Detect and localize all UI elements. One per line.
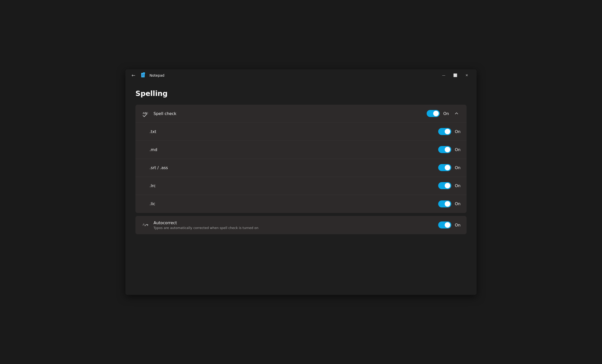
title-bar-left: ← Notepad bbox=[129, 71, 438, 79]
txt-info: .txt bbox=[149, 129, 438, 134]
maximize-button[interactable]: ⬜ bbox=[449, 71, 461, 79]
lic-toggle[interactable] bbox=[438, 200, 451, 207]
srt-row: .srt / .ass On bbox=[135, 159, 467, 177]
autocorrect-controls: On bbox=[438, 221, 461, 228]
spell-check-row: ABC Spell check On bbox=[135, 105, 467, 123]
spell-check-card: ABC Spell check On bbox=[135, 105, 467, 213]
srt-label: .srt / .ass bbox=[149, 165, 438, 170]
md-row: .md On bbox=[135, 141, 467, 159]
autocorrect-card: A Autocorrect Typos are automatically co… bbox=[135, 216, 467, 234]
autocorrect-label: Autocorrect bbox=[154, 220, 438, 225]
autocorrect-desc: Typos are automatically corrected when s… bbox=[154, 226, 438, 230]
srt-toggle-label: On bbox=[455, 165, 461, 170]
md-toggle-label: On bbox=[455, 147, 461, 152]
autocorrect-row: A Autocorrect Typos are automatically co… bbox=[135, 216, 467, 234]
lrc-toggle[interactable] bbox=[438, 182, 451, 189]
lrc-info: .lrc bbox=[149, 183, 438, 188]
lic-controls: On bbox=[438, 200, 461, 207]
spell-check-controls: On bbox=[427, 109, 461, 117]
lrc-row: .lrc On bbox=[135, 177, 467, 195]
spell-check-info: Spell check bbox=[154, 111, 427, 116]
content-area: Spelling ABC Spell check bbox=[125, 81, 477, 295]
txt-toggle[interactable] bbox=[438, 128, 451, 135]
lic-row: .lic On bbox=[135, 195, 467, 213]
md-toggle[interactable] bbox=[438, 146, 451, 153]
txt-label: .txt bbox=[149, 129, 438, 134]
spell-check-label: Spell check bbox=[154, 111, 427, 116]
svg-rect-5 bbox=[143, 72, 145, 74]
spell-check-expand-button[interactable] bbox=[453, 109, 461, 117]
md-label: .md bbox=[149, 147, 438, 152]
minimize-button[interactable]: — bbox=[438, 71, 449, 79]
back-button[interactable]: ← bbox=[129, 71, 137, 79]
svg-text:ABC: ABC bbox=[142, 111, 148, 114]
lrc-toggle-label: On bbox=[455, 183, 461, 188]
spell-check-toggle[interactable] bbox=[427, 110, 440, 117]
autocorrect-info: Autocorrect Typos are automatically corr… bbox=[154, 220, 438, 230]
lrc-label: .lrc bbox=[149, 183, 438, 188]
autocorrect-icon: A bbox=[141, 221, 149, 229]
txt-toggle-label: On bbox=[455, 129, 461, 134]
md-info: .md bbox=[149, 147, 438, 152]
app-window: ← Notepad bbox=[125, 69, 477, 295]
srt-controls: On bbox=[438, 164, 461, 171]
app-title: Notepad bbox=[149, 73, 165, 77]
srt-toggle[interactable] bbox=[438, 164, 451, 171]
spell-check-toggle-label: On bbox=[443, 111, 449, 116]
app-icon bbox=[140, 72, 146, 78]
md-controls: On bbox=[438, 146, 461, 153]
lrc-controls: On bbox=[438, 182, 461, 189]
page-title: Spelling bbox=[135, 89, 467, 98]
srt-info: .srt / .ass bbox=[149, 165, 438, 170]
autocorrect-toggle-label: On bbox=[455, 223, 461, 227]
title-bar: ← Notepad bbox=[125, 69, 477, 81]
lic-label: .lic bbox=[149, 201, 438, 206]
spell-check-icon: ABC bbox=[141, 109, 149, 117]
svg-text:A: A bbox=[142, 222, 144, 226]
txt-controls: On bbox=[438, 128, 461, 135]
autocorrect-toggle[interactable] bbox=[438, 221, 451, 228]
txt-row: .txt On bbox=[135, 123, 467, 141]
lic-toggle-label: On bbox=[455, 201, 461, 206]
title-bar-controls: — ⬜ ✕ bbox=[438, 71, 473, 79]
lic-info: .lic bbox=[149, 201, 438, 206]
lic-toggle-thumb bbox=[445, 201, 450, 207]
close-button[interactable]: ✕ bbox=[461, 71, 473, 79]
